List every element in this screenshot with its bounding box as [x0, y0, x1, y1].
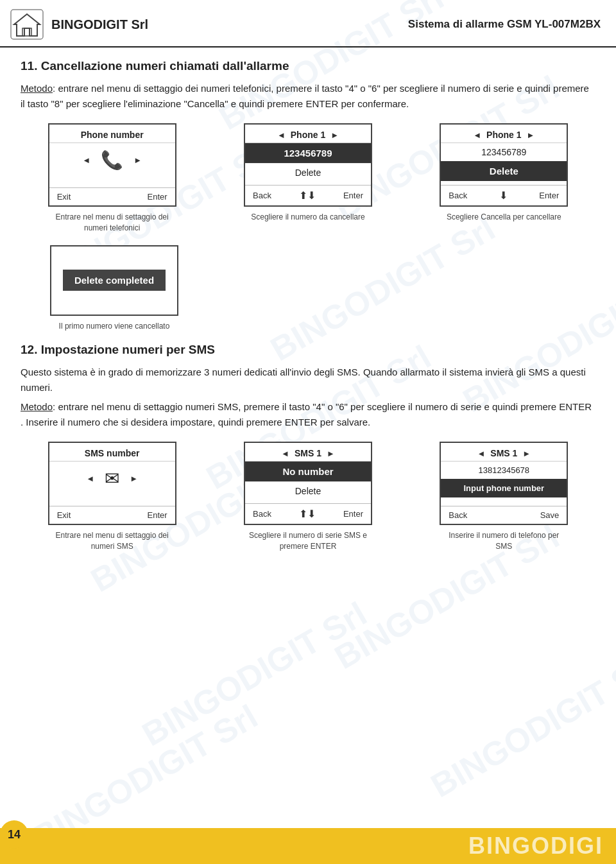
header-left: BINGODIGIT Srl: [10, 9, 148, 40]
sms-caption-2: Scegliere il numero di serie SMS e preme…: [244, 530, 372, 552]
left-arrow-3: ◄: [473, 130, 481, 140]
diagram-col-1: Phone number ◄ 📞 ► Exit Enter Entrare ne…: [21, 123, 203, 234]
envelope-icon: ✉: [105, 468, 119, 489]
phone-number-highlighted: 123456789: [245, 143, 371, 163]
house-icon: [10, 9, 44, 40]
sms-screen-label: SMS number: [85, 448, 140, 458]
caption-4: Il primo numero viene cancellato: [59, 321, 170, 332]
metodo-label: Metodo: [21, 83, 53, 94]
right-arrow-2: ►: [330, 130, 339, 140]
phone1-label: Phone 1: [291, 130, 325, 140]
lcd-sms-number: SMS number ◄ ✉ ► Exit Enter: [48, 442, 176, 525]
main-content: 11. Cancellazione numeri chiamati dall'a…: [0, 48, 616, 607]
caption-1: Entrare nel menu di settaggio dei numeri…: [48, 212, 176, 234]
lcd-sms-input: ◄ SMS 1 ► 13812345678 Input phone number…: [440, 442, 568, 525]
sms-lcd-title-3: ◄ SMS 1 ►: [441, 443, 567, 462]
section-12-text2: Metodo: entrare nel menu di settaggio nu…: [21, 399, 595, 430]
sms-lcd-footer-3: Back Save: [441, 506, 567, 524]
section-11-title: 11. Cancellazione numeri chiamati dall'a…: [21, 59, 595, 73]
lcd-phone-number: Phone number ◄ 📞 ► Exit Enter: [48, 123, 176, 207]
right-arrow-icon: ►: [133, 155, 142, 165]
delete-highlighted: Delete: [441, 161, 567, 181]
page-number: 14: [0, 820, 28, 849]
lcd-title-2: ◄ Phone 1 ►: [245, 125, 371, 143]
lcd-footer-1: Exit Enter: [49, 187, 175, 205]
sms-icon-area: ◄ ✉ ►: [49, 462, 175, 493]
sms-right-arrow: ►: [130, 474, 138, 483]
back-label-2: Back: [253, 191, 271, 200]
lcd-footer-3: Back ⬇ Enter: [441, 185, 567, 205]
diagram-col-3: ◄ Phone 1 ► 123456789 Delete Back ⬇ Ente…: [413, 123, 595, 223]
lcd-title-text: Phone number: [81, 130, 144, 140]
lcd-footer-2: Back ⬆⬇ Enter: [245, 185, 371, 205]
diagram-col-4: Delete completed Il primo numero viene c…: [21, 245, 208, 332]
section-11: 11. Cancellazione numeri chiamati dall'a…: [21, 59, 595, 331]
section11-diagram-row: Phone number ◄ 📞 ► Exit Enter Entrare ne…: [21, 123, 595, 234]
sms-diagram-col-2: ◄ SMS 1 ► No number Delete Back ⬆⬇ Enter…: [216, 442, 399, 552]
enter-label: Enter: [148, 192, 167, 202]
sms-exit-label: Exit: [57, 510, 71, 520]
phone1-label-3: Phone 1: [486, 130, 521, 140]
lcd-sms-1-select: ◄ SMS 1 ► No number Delete Back ⬆⬇ Enter: [244, 442, 372, 525]
sms1-label: SMS 1: [295, 448, 321, 458]
left-arrow-icon: ◄: [82, 155, 90, 165]
sms-diagram-col-1: SMS number ◄ ✉ ► Exit Enter Entrare nel …: [21, 442, 203, 552]
caption-2: Scegliere il numero da cancellare: [251, 212, 364, 223]
lcd-delete-completed: Delete completed: [50, 245, 178, 316]
watermark: BINGODIGIT Srl: [424, 646, 616, 805]
section12-diagram-row: SMS number ◄ ✉ ► Exit Enter Entrare nel …: [21, 442, 595, 552]
enter-label-3: Enter: [539, 191, 559, 200]
svg-marker-1: [14, 14, 40, 36]
sms2-left-arrow: ◄: [281, 449, 289, 458]
sms-delete-label: Delete: [245, 481, 371, 500]
sms-diagram-col-3: ◄ SMS 1 ► 13812345678 Input phone number…: [413, 442, 595, 552]
phone-number-normal: 123456789: [441, 143, 567, 161]
exit-label: Exit: [57, 192, 71, 202]
lcd-title: Phone number: [49, 125, 175, 143]
phone-handset-icon: 📞: [101, 150, 123, 171]
caption-3: Scegliere Cancella per cancellare: [447, 212, 561, 223]
company-name: BINGODIGIT Srl: [51, 17, 148, 32]
header: BINGODIGIT Srl Sistema di allarme GSM YL…: [0, 0, 616, 48]
metodo-label-2: Metodo: [21, 401, 53, 412]
sms3-back-label: Back: [449, 510, 467, 520]
sms-lcd-title-1: SMS number: [49, 443, 175, 462]
lcd-cancella: ◄ Phone 1 ► 123456789 Delete Back ⬇ Ente…: [440, 123, 568, 207]
input-phone-number-label: Input phone number: [441, 479, 567, 497]
section-12: 12. Impostazione numeri per SMS Questo s…: [21, 343, 595, 552]
sms-enter-label: Enter: [148, 510, 167, 520]
delete-label-2: Delete: [245, 163, 371, 182]
sms1-label-3: SMS 1: [490, 448, 517, 458]
sms-lcd-footer-2: Back ⬆⬇ Enter: [245, 503, 371, 524]
section-11-text: Metodo: entrare nel menu di settaggio de…: [21, 81, 595, 112]
back-label-3: Back: [449, 191, 467, 200]
lcd-title-3: ◄ Phone 1 ►: [441, 125, 567, 143]
sms-left-arrow: ◄: [86, 474, 94, 483]
nav-arrows-2: ⬆⬇: [299, 189, 316, 202]
sms2-right-arrow: ►: [327, 449, 335, 458]
sms2-back-label: Back: [253, 509, 271, 519]
delete-completed-text: Delete completed: [63, 270, 166, 291]
diagram-col-2: ◄ Phone 1 ► 123456789 Delete Back ⬆⬇ Ent…: [216, 123, 399, 223]
bottom-bar-text: BINGODIGI: [468, 833, 603, 860]
watermark: BINGODIGIT Srl: [135, 594, 373, 754]
sms2-enter-label: Enter: [343, 509, 363, 519]
phone-number-input-row: 13812345678: [441, 462, 567, 479]
section11-diagram-row-2: Delete completed Il primo numero viene c…: [21, 245, 595, 332]
sms-caption-1: Entrare nel menu di settaggio dei numeri…: [48, 530, 176, 552]
section-12-text1: Questo sistema è in grado di memorizzare…: [21, 365, 595, 395]
lcd-select-number: ◄ Phone 1 ► 123456789 Delete Back ⬆⬇ Ent…: [244, 123, 372, 207]
bottom-bar: BINGODIGI: [0, 828, 616, 864]
nav-arrows-3: ⬇: [499, 189, 508, 202]
left-arrow-2: ◄: [277, 130, 286, 140]
sms-lcd-footer-1: Exit Enter: [49, 506, 175, 524]
sms2-nav-arrows: ⬆⬇: [299, 508, 316, 520]
sms3-right-arrow: ►: [522, 449, 531, 458]
sms3-save-label: Save: [540, 510, 560, 520]
product-title: Sistema di allarme GSM YL-007M2BX: [408, 18, 601, 31]
sms3-left-arrow: ◄: [477, 449, 485, 458]
phone-icon-area: ◄ 📞 ►: [49, 143, 175, 175]
enter-label-2: Enter: [343, 191, 363, 200]
sms-caption-3: Inserire il numero di telefono per SMS: [440, 530, 568, 552]
no-number-highlighted: No number: [245, 462, 371, 481]
